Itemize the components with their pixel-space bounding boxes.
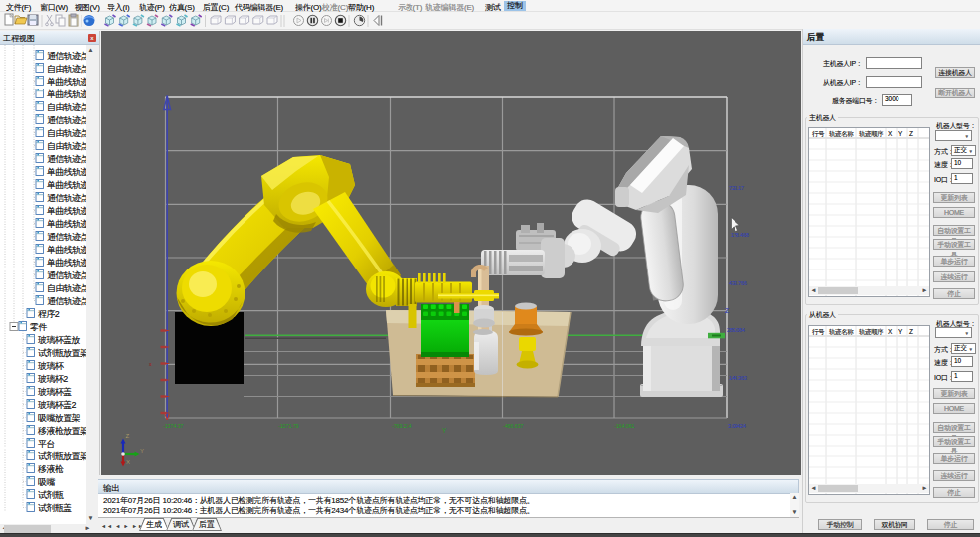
svg-text:行号: 行号 bbox=[812, 328, 825, 335]
svg-text:单曲线轨迹: 单曲线轨迹 bbox=[47, 180, 86, 190]
svg-text:通信轨迹点: 通信轨迹点 bbox=[47, 51, 86, 61]
svg-text:自由轨迹点: 自由轨迹点 bbox=[47, 141, 86, 151]
svg-text:零件: 零件 bbox=[30, 322, 47, 332]
svg-text:通信轨迹点: 通信轨迹点 bbox=[47, 115, 86, 125]
svg-text:玻璃杯: 玻璃杯 bbox=[38, 361, 65, 371]
svg-text:-164.061: -164.061 bbox=[614, 423, 635, 429]
svg-text:轨迹顺序: 轨迹顺序 bbox=[859, 328, 884, 336]
svg-text:平台: 平台 bbox=[38, 439, 55, 448]
svg-text:144.363: 144.363 bbox=[729, 375, 747, 381]
svg-text:单曲线轨迹: 单曲线轨迹 bbox=[47, 77, 86, 87]
svg-text:玻璃杯2: 玻璃杯2 bbox=[38, 374, 68, 384]
svg-text:自由轨迹点: 自由轨迹点 bbox=[47, 102, 86, 112]
svg-text:玻璃杯盖: 玻璃杯盖 bbox=[38, 387, 72, 397]
svg-text:试剂瓶放置架: 试剂瓶放置架 bbox=[38, 348, 86, 358]
svg-text:通信轨迹点: 通信轨迹点 bbox=[47, 232, 86, 242]
svg-text:移液枪: 移液枪 bbox=[37, 464, 64, 474]
svg-text:单曲线轨迹: 单曲线轨迹 bbox=[47, 219, 86, 229]
svg-text:自由轨迹点: 自由轨迹点 bbox=[47, 64, 86, 74]
svg-text:433.766: 433.766 bbox=[729, 280, 747, 286]
svg-text:自由轨迹点: 自由轨迹点 bbox=[47, 283, 86, 293]
svg-text:试剂瓶放置架: 试剂瓶放置架 bbox=[38, 451, 86, 461]
svg-text:723.17: 723.17 bbox=[729, 185, 744, 191]
svg-text:程序2: 程序2 bbox=[38, 309, 60, 319]
svg-text:178.468: 178.468 bbox=[731, 232, 749, 238]
svg-text:移液枪放置架: 移液枪放置架 bbox=[37, 426, 86, 436]
svg-text:-1374.37: -1374.37 bbox=[163, 423, 184, 429]
svg-text:单曲线轨迹: 单曲线轨迹 bbox=[47, 245, 86, 255]
svg-text:试剂瓶盖: 试剂瓶盖 bbox=[38, 503, 72, 513]
svg-text:玻璃杯盖放: 玻璃杯盖放 bbox=[38, 335, 81, 345]
svg-text:单曲线轨迹: 单曲线轨迹 bbox=[47, 90, 86, 99]
svg-text:单曲线轨迹: 单曲线轨迹 bbox=[47, 167, 86, 177]
svg-text:轨迹顺序: 轨迹顺序 bbox=[859, 130, 884, 138]
svg-text:3.09424: 3.09424 bbox=[728, 423, 746, 429]
svg-text:试剂瓶: 试剂瓶 bbox=[38, 490, 64, 500]
svg-text:单曲线轨迹: 单曲线轨迹 bbox=[47, 206, 86, 216]
svg-text:轨迹名称: 轨迹名称 bbox=[829, 130, 854, 138]
svg-text:玻璃杯盖2: 玻璃杯盖2 bbox=[38, 400, 77, 410]
svg-text:Z: Z bbox=[909, 328, 913, 335]
svg-text:通信轨迹点: 通信轨迹点 bbox=[47, 296, 86, 306]
svg-text:吸嘴: 吸嘴 bbox=[38, 477, 55, 487]
svg-text:自由轨迹点: 自由轨迹点 bbox=[47, 128, 86, 138]
svg-text:通信轨迹点: 通信轨迹点 bbox=[47, 193, 86, 203]
svg-text:单曲线轨迹: 单曲线轨迹 bbox=[47, 258, 86, 268]
svg-text:289.084: 289.084 bbox=[727, 327, 745, 333]
svg-text:轨迹名称: 轨迹名称 bbox=[829, 328, 854, 336]
svg-text:-769.214: -769.214 bbox=[392, 423, 412, 429]
svg-text:-466.637: -466.637 bbox=[503, 423, 524, 429]
svg-text:Y: Y bbox=[140, 448, 144, 454]
svg-text:Z: Z bbox=[909, 130, 913, 137]
svg-text:Z: Z bbox=[126, 433, 130, 439]
svg-text:行号: 行号 bbox=[812, 130, 825, 137]
svg-text:-1071.79: -1071.79 bbox=[278, 423, 299, 429]
svg-text:通信轨迹点: 通信轨迹点 bbox=[47, 270, 86, 280]
svg-text:吸嘴放置架: 吸嘴放置架 bbox=[38, 413, 81, 423]
svg-text:X: X bbox=[126, 459, 130, 465]
svg-text:通信轨迹点: 通信轨迹点 bbox=[47, 154, 86, 164]
